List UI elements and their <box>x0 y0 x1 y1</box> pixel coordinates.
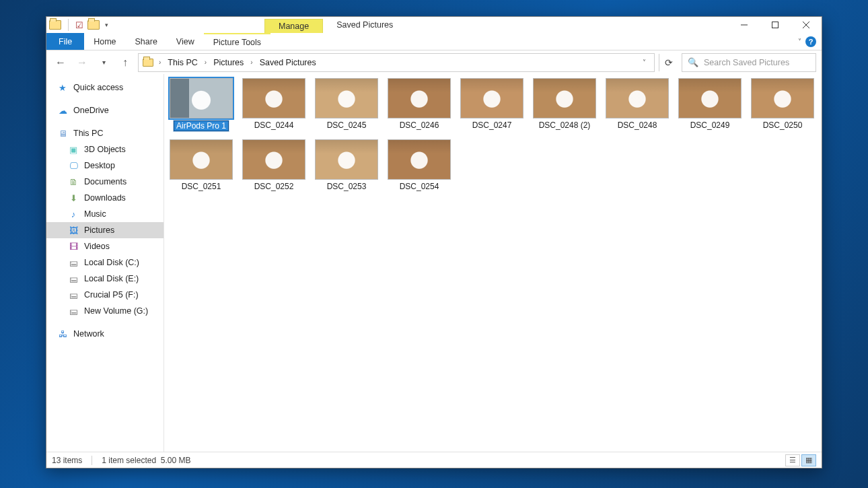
search-box[interactable]: 🔍 <box>682 53 816 72</box>
file-item[interactable]: AirPods Pro 1 <box>170 78 233 131</box>
nav-label: 3D Objects <box>84 145 126 154</box>
thumbnail-image <box>678 78 742 118</box>
view-details-button[interactable]: ☰ <box>785 454 800 466</box>
separator <box>92 456 92 465</box>
disk-icon: 🖴 <box>68 306 79 316</box>
nav-label: Network <box>73 329 104 339</box>
nav-bar: ← → ▾ ↑ › This PC › Pictures › Saved Pic… <box>46 50 822 74</box>
file-item[interactable]: DSC_0246 <box>388 78 451 131</box>
status-bar: 13 items 1 item selected 5.00 MB ☰ ▦ <box>46 452 822 468</box>
file-name-label: DSC_0247 <box>472 120 512 130</box>
disk-icon: 🖴 <box>68 289 79 300</box>
thumbnail-image <box>388 78 451 118</box>
contextual-tab-manage[interactable]: Manage <box>264 19 323 33</box>
nav-downloads[interactable]: ⬇ Downloads <box>46 190 164 206</box>
file-item[interactable]: DSC_0245 <box>315 78 378 131</box>
window-title: Saved Pictures <box>323 17 729 33</box>
chevron-right-icon[interactable]: › <box>156 59 164 66</box>
file-item[interactable]: DSC_0253 <box>315 139 378 191</box>
file-item[interactable]: DSC_0248 (2) <box>533 78 596 131</box>
nav-desktop[interactable]: 🖵 Desktop <box>46 158 164 174</box>
chevron-right-icon[interactable]: › <box>202 59 209 66</box>
file-item[interactable]: DSC_0250 <box>751 78 814 131</box>
maximize-button[interactable] <box>760 17 791 33</box>
nav-documents[interactable]: 🗎 Documents <box>46 174 164 190</box>
minimize-button[interactable] <box>729 17 760 33</box>
up-button[interactable]: ↑ <box>116 54 134 71</box>
file-name-label: DSC_0250 <box>763 120 803 130</box>
file-name-label: DSC_0253 <box>327 182 367 191</box>
file-name-label: DSC_0252 <box>254 182 294 191</box>
file-item[interactable]: DSC_0247 <box>460 78 523 131</box>
minimize-icon <box>741 22 748 28</box>
breadcrumb[interactable]: Pictures <box>212 58 245 67</box>
view-thumbnails-button[interactable]: ▦ <box>801 454 816 466</box>
breadcrumb[interactable]: Saved Pictures <box>258 58 318 67</box>
nav-network[interactable]: 🖧 Network <box>46 326 164 342</box>
file-name-label: DSC_0245 <box>327 120 367 130</box>
disk-icon: 🖴 <box>68 273 79 284</box>
nav-this-pc[interactable]: 🖥 This PC <box>46 125 164 141</box>
nav-pictures[interactable]: 🖼 Pictures <box>46 222 164 238</box>
nav-local-disk-c[interactable]: 🖴 Local Disk (C:) <box>46 254 164 271</box>
nav-local-disk-e[interactable]: 🖴 Local Disk (E:) <box>46 271 164 287</box>
nav-label: OneDrive <box>73 106 109 115</box>
nav-new-volume-g[interactable]: 🖴 New Volume (G:) <box>46 303 164 319</box>
close-icon <box>803 22 809 28</box>
nav-quick-access[interactable]: ★ Quick access <box>46 79 164 96</box>
nav-videos[interactable]: 🎞 Videos <box>46 238 164 254</box>
file-name-label: DSC_0248 (2) <box>539 120 591 130</box>
video-icon: 🎞 <box>68 241 79 252</box>
navigation-pane[interactable]: ★ Quick access ☁ OneDrive 🖥 This PC ▣ 3D… <box>46 74 164 452</box>
title-bar[interactable]: ☑ ▾ Manage Saved Pictures <box>46 17 822 33</box>
pc-icon: 🖥 <box>57 128 68 139</box>
ribbon-collapse-icon[interactable]: ˅ <box>798 38 801 45</box>
download-icon: ⬇ <box>68 193 79 203</box>
file-item[interactable]: DSC_0244 <box>242 78 305 131</box>
file-item[interactable]: DSC_0254 <box>388 139 451 191</box>
thumbnail-image <box>242 78 305 118</box>
thumbnail-image <box>170 78 233 118</box>
folder-icon[interactable] <box>87 20 100 30</box>
content-area[interactable]: AirPods Pro 1DSC_0244DSC_0245DSC_0246DSC… <box>164 74 822 452</box>
status-item-count: 13 items <box>52 456 82 465</box>
star-icon: ★ <box>57 82 68 93</box>
nav-onedrive[interactable]: ☁ OneDrive <box>46 102 164 118</box>
nav-label: New Volume (G:) <box>84 306 148 316</box>
chevron-right-icon[interactable]: › <box>248 59 255 66</box>
recent-locations-button[interactable]: ▾ <box>95 54 112 71</box>
nav-3d-objects[interactable]: ▣ 3D Objects <box>46 141 164 158</box>
nav-music[interactable]: ♪ Music <box>46 206 164 222</box>
file-item[interactable]: DSC_0249 <box>678 78 742 131</box>
refresh-button[interactable]: ⟳ <box>659 54 678 71</box>
nav-crucial-p5-f[interactable]: 🖴 Crucial P5 (F:) <box>46 287 164 303</box>
tab-home[interactable]: Home <box>84 33 125 50</box>
nav-label: This PC <box>73 129 103 138</box>
file-name-label[interactable]: AirPods Pro 1 <box>174 120 229 131</box>
back-button[interactable]: ← <box>52 54 69 71</box>
forward-button[interactable]: → <box>73 54 91 71</box>
file-item[interactable]: DSC_0248 <box>606 78 669 131</box>
properties-icon[interactable]: ☑ <box>75 20 83 30</box>
help-icon[interactable]: ? <box>805 36 816 47</box>
search-input[interactable] <box>704 58 810 67</box>
thumbnail-image <box>460 78 523 118</box>
close-button[interactable] <box>791 17 822 33</box>
breadcrumb[interactable]: This PC <box>166 58 198 67</box>
thumbnail-image <box>388 139 451 180</box>
network-icon: 🖧 <box>57 328 68 339</box>
address-bar[interactable]: › This PC › Pictures › Saved Pictures ˅ <box>138 53 655 72</box>
tab-view[interactable]: View <box>167 33 204 50</box>
qat-dropdown-icon[interactable]: ▾ <box>104 22 108 28</box>
file-name-label: DSC_0246 <box>400 120 439 130</box>
file-name-label: DSC_0244 <box>254 120 294 130</box>
address-dropdown-icon[interactable]: ˅ <box>639 59 650 66</box>
file-item[interactable]: DSC_0251 <box>170 139 233 191</box>
file-item[interactable]: DSC_0252 <box>242 139 305 191</box>
tab-picture-tools[interactable]: Picture Tools <box>204 33 270 50</box>
folder-icon <box>49 20 61 30</box>
search-icon: 🔍 <box>688 57 698 67</box>
tab-file[interactable]: File <box>46 33 84 50</box>
tab-share[interactable]: Share <box>126 33 167 50</box>
thumbnail-image <box>606 78 669 118</box>
